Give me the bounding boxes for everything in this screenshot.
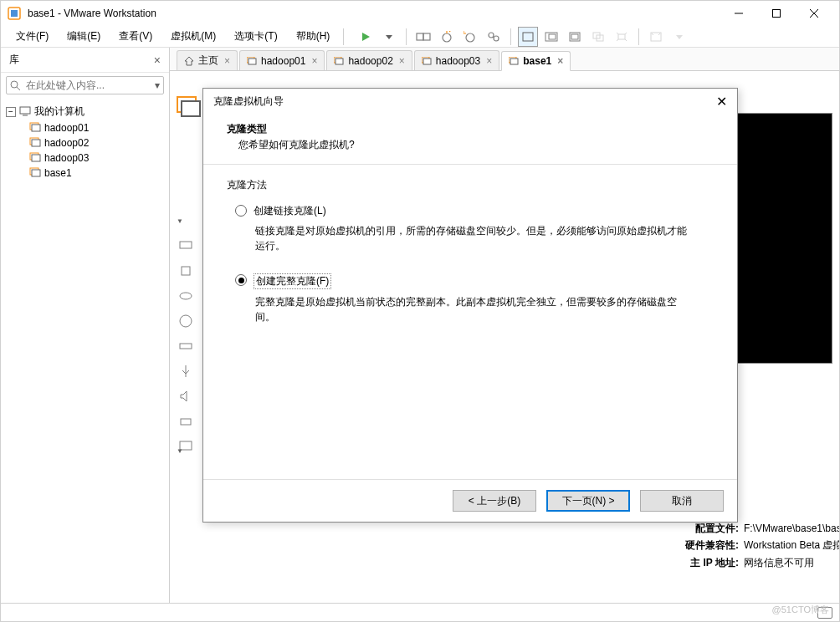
dialog-body: 克隆方法 创建链接克隆(L) 链接克隆是对原始虚拟机的引用，所需的存储磁盘空间较… [203, 165, 737, 479]
tab-label: 主页 [198, 54, 218, 68]
svg-rect-31 [32, 155, 40, 161]
compat-value: Workstation Beta 虚拟机 [744, 537, 839, 553]
snapshot-icon[interactable] [437, 27, 457, 47]
cd-icon [178, 314, 193, 329]
svg-point-11 [494, 36, 499, 41]
unity-icon[interactable] [588, 27, 608, 47]
separator [510, 28, 511, 45]
section-toggle[interactable] [177, 447, 183, 455]
back-button[interactable]: < 上一步(B) [453, 490, 536, 512]
tab-close-icon[interactable]: × [399, 55, 405, 67]
section-toggle[interactable] [177, 217, 183, 225]
window-title: base1 - VMware Workstation [28, 8, 720, 19]
vm-icon [29, 167, 41, 179]
svg-rect-33 [32, 170, 40, 176]
radio-desc: 完整克隆是原始虚拟机当前状态的完整副本。此副本虚拟机完全独立，但需要较多的存储磁… [255, 294, 690, 324]
tab-item-active[interactable]: base1 × [501, 51, 571, 71]
tab-item[interactable]: hadoop01 × [239, 50, 325, 70]
radio-icon-checked [235, 274, 247, 286]
usb-icon [178, 364, 193, 379]
tab-label: hadoop03 [436, 55, 480, 67]
svg-rect-39 [423, 59, 431, 64]
svg-rect-3 [772, 10, 780, 18]
dialog-close-icon[interactable]: ✕ [716, 94, 727, 110]
radio-label: 创建完整克隆(F) [254, 273, 331, 289]
tab-close-icon[interactable]: × [311, 55, 317, 67]
search-input[interactable] [24, 79, 155, 92]
svg-rect-49 [181, 419, 191, 425]
tree-item[interactable]: base1 [6, 166, 164, 181]
tab-close-icon[interactable]: × [557, 55, 563, 67]
play-icon[interactable] [356, 27, 376, 47]
compat-label: 硬件兼容性: [672, 537, 739, 553]
tree-root[interactable]: − 我的计算机 [6, 103, 164, 120]
tree-item-label: hadoop01 [44, 122, 89, 134]
printer-icon [178, 414, 193, 429]
tab-item[interactable]: hadoop02 × [326, 50, 412, 70]
next-button[interactable]: 下一页(N) > [546, 490, 630, 512]
svg-rect-45 [182, 267, 190, 275]
menu-file[interactable]: 文件(F) [8, 26, 57, 47]
menu-view[interactable]: 查看(V) [110, 26, 161, 47]
radio-linked-clone[interactable]: 创建链接克隆(L) [235, 204, 714, 218]
exit-fullscreen-icon[interactable] [646, 27, 666, 47]
svg-rect-27 [32, 125, 40, 131]
svg-rect-20 [618, 34, 625, 39]
revert-snapshot-icon[interactable] [460, 27, 480, 47]
svg-rect-17 [571, 34, 578, 39]
exit-dropdown-icon[interactable] [669, 27, 689, 47]
titlebar: base1 - VMware Workstation [1, 1, 839, 26]
view-single-icon[interactable] [518, 27, 538, 47]
maximize-button[interactable] [757, 1, 795, 26]
computer-icon [19, 106, 31, 118]
menu-edit[interactable]: 编辑(E) [59, 26, 109, 47]
separator [343, 28, 344, 45]
tab-home[interactable]: 主页 × [177, 50, 238, 70]
manage-snapshots-icon[interactable] [484, 27, 504, 47]
view-fullscreen-icon[interactable] [565, 27, 585, 47]
tree-item[interactable]: hadoop03 [6, 150, 164, 166]
group-label: 克隆方法 [227, 178, 714, 192]
svg-rect-6 [417, 33, 423, 40]
search-dropdown-icon[interactable]: ▾ [155, 79, 160, 91]
sidebar-header: 库 × [1, 48, 169, 73]
svg-rect-41 [510, 59, 518, 64]
minimize-button[interactable] [720, 1, 757, 26]
tab-item[interactable]: hadoop03 × [414, 50, 499, 70]
menubar: 文件(F) 编辑(E) 查看(V) 虚拟机(M) 选项卡(T) 帮助(H) [1, 26, 839, 48]
play-dropdown-icon[interactable] [379, 27, 399, 47]
separator [638, 28, 639, 45]
view-console-icon[interactable] [541, 27, 561, 47]
tree-item-label: hadoop02 [44, 137, 89, 149]
sound-icon [178, 389, 193, 404]
svg-point-9 [466, 33, 474, 42]
tab-bar: 主页 × hadoop01 × hadoop02 × hadoop03 × [170, 48, 839, 71]
close-button[interactable] [795, 1, 832, 26]
vm-icon [422, 57, 432, 65]
tab-close-icon[interactable]: × [224, 55, 230, 67]
tree-item[interactable]: hadoop02 [6, 135, 164, 150]
vm-icon [29, 152, 41, 164]
svg-rect-13 [523, 33, 533, 41]
vm-large-icon [177, 96, 202, 120]
send-ctrl-alt-del-icon[interactable] [413, 27, 433, 47]
menu-vm[interactable]: 虚拟机(M) [162, 26, 224, 47]
network-icon [178, 339, 193, 354]
tab-label: hadoop01 [261, 55, 305, 67]
cancel-button[interactable]: 取消 [640, 490, 724, 512]
search-icon [10, 80, 21, 91]
search-box[interactable]: ▾ [6, 76, 164, 94]
radio-desc: 链接克隆是对原始虚拟机的引用，所需的存储磁盘空间较少。但是，必须能够访问原始虚拟… [255, 223, 690, 253]
tree-collapse-icon[interactable]: − [6, 107, 16, 117]
menu-help[interactable]: 帮助(H) [288, 26, 339, 47]
svg-point-47 [180, 315, 192, 327]
sidebar-close-icon[interactable]: × [154, 54, 161, 67]
vm-icon [29, 137, 41, 149]
tree-item[interactable]: hadoop01 [6, 120, 164, 135]
dialog-titlebar: 克隆虚拟机向导 ✕ [203, 89, 737, 114]
radio-icon [235, 205, 247, 217]
radio-full-clone[interactable]: 创建完整克隆(F) [235, 273, 714, 289]
menu-tabs[interactable]: 选项卡(T) [226, 26, 285, 47]
stretch-icon[interactable] [612, 27, 632, 47]
tab-close-icon[interactable]: × [486, 55, 492, 67]
